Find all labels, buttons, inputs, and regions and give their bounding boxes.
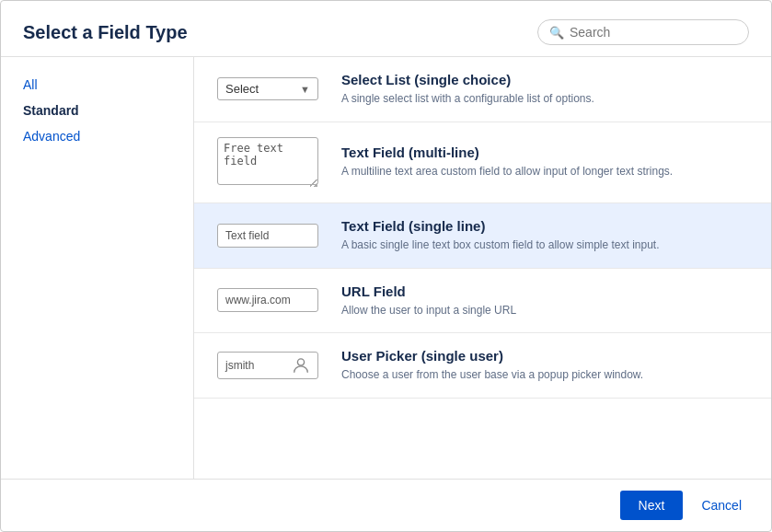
svg-point-0 [297,359,304,365]
field-info-select-list: Select List (single choice) A single sel… [341,72,753,107]
field-preview-user-picker: jsmith [213,352,323,379]
cancel-button[interactable]: Cancel [694,491,749,520]
chevron-down-icon: ▼ [300,84,310,95]
search-input[interactable] [570,25,737,40]
field-item-select-list[interactable]: Select ▼ Select List (single choice) A s… [194,57,771,122]
field-item-text-multi[interactable]: Text Field (multi-line) A multiline text… [194,122,771,203]
field-info-text-multi: Text Field (multi-line) A multiline text… [341,145,753,179]
field-title-user-picker: User Picker (single user) [341,348,753,364]
field-info-url: URL Field Allow the user to input a sing… [341,283,753,318]
field-preview-select-list: Select ▼ [213,77,323,100]
field-desc-text-multi: A multiline text area custom field to al… [341,164,753,179]
field-preview-text-single: Text field [213,224,323,248]
field-item-url[interactable]: www.jira.com URL Field Allow the user to… [194,269,771,334]
field-title-text-single: Text Field (single line) [341,218,753,234]
field-title-url: URL Field [341,283,753,299]
dialog-title: Select a Field Type [23,22,188,43]
preview-user-label: jsmith [225,359,254,372]
next-button[interactable]: Next [620,491,684,520]
preview-user: jsmith [217,352,318,379]
field-preview-text-multi [213,137,323,188]
search-box: 🔍 [537,19,749,45]
field-desc-text-single: A basic single line text box custom fiel… [341,237,753,253]
sidebar: All Standard Advanced [1,57,194,479]
resize-handle-icon [310,179,317,187]
dialog: Select a Field Type 🔍 All Standard Advan… [0,0,772,532]
dialog-footer: Next Cancel [1,479,771,531]
preview-select: Select ▼ [217,77,318,100]
preview-url: www.jira.com [217,288,318,312]
field-desc-user-picker: Choose a user from the user base via a p… [341,367,753,383]
sidebar-item-all[interactable]: All [1,72,193,98]
preview-textarea-wrapper [217,137,318,188]
search-icon: 🔍 [549,26,564,40]
field-title-select-list: Select List (single choice) [341,72,753,87]
preview-select-label: Select [225,82,259,96]
dialog-body: All Standard Advanced Select ▼ Select Li… [1,57,771,479]
field-desc-select-list: A single select list with a configurable… [341,91,753,107]
field-preview-url: www.jira.com [213,288,323,312]
field-item-text-single[interactable]: Text field Text Field (single line) A ba… [194,203,771,269]
preview-textfield: Text field [217,224,318,248]
field-info-text-single: Text Field (single line) A basic single … [341,218,753,253]
sidebar-item-standard[interactable]: Standard [1,98,193,123]
sidebar-item-advanced[interactable]: Advanced [1,123,193,149]
field-desc-url: Allow the user to input a single URL [341,303,753,318]
content-area: Select ▼ Select List (single choice) A s… [194,57,771,479]
field-item-user-picker[interactable]: jsmith User Picker (single user) Choose … [194,333,771,399]
preview-textarea [217,137,318,185]
field-info-user-picker: User Picker (single user) Choose a user … [341,348,753,383]
dialog-header: Select a Field Type 🔍 [1,1,771,57]
field-title-text-multi: Text Field (multi-line) [341,145,753,160]
user-picker-icon [292,356,310,375]
